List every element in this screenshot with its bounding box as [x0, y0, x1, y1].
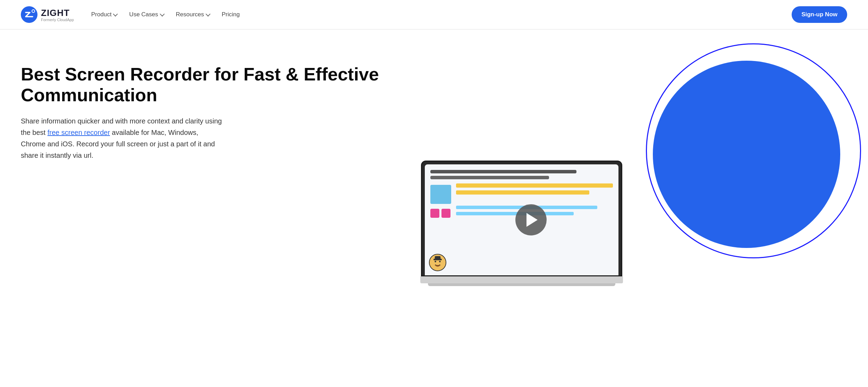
free-screen-recorder-link[interactable]: free screen recorder [48, 129, 110, 136]
avatar-illustration [430, 255, 446, 270]
nav-item-product[interactable]: Product [91, 11, 117, 18]
play-button[interactable] [515, 204, 547, 235]
navbar-left: ZIGHT Formerly CloudApp Product Use Case… [21, 6, 240, 23]
laptop-base [420, 276, 623, 283]
hero-title: Best Screen Recorder for Fast & Effectiv… [21, 64, 418, 106]
navbar: ZIGHT Formerly CloudApp Product Use Case… [0, 0, 868, 29]
hero-content: Best Screen Recorder for Fast & Effectiv… [21, 50, 418, 161]
svg-point-2 [32, 10, 34, 12]
signup-button[interactable]: Sign-up Now [792, 6, 847, 23]
nav-links: Product Use Cases Resources Pricing [91, 11, 240, 18]
chevron-down-icon [160, 12, 165, 17]
screen-top-lines [430, 170, 613, 179]
cyan-line-2 [456, 212, 574, 215]
svg-point-4 [435, 261, 436, 263]
pink-block-1 [430, 209, 439, 218]
logo-text: ZIGHT Formerly CloudApp [41, 8, 74, 22]
nav-item-use-cases[interactable]: Use Cases [129, 11, 163, 18]
laptop-screen [425, 164, 618, 275]
hero-illustration [418, 50, 847, 286]
hero-section: Best Screen Recorder for Fast & Effectiv… [0, 29, 868, 286]
logo-name: ZIGHT [41, 8, 74, 18]
screen-line-1 [430, 170, 576, 173]
logo-link[interactable]: ZIGHT Formerly CloudApp [21, 6, 74, 23]
blue-fill-circle [653, 61, 840, 248]
laptop-bottom-strip [428, 283, 615, 286]
laptop-screen-wrapper [421, 161, 622, 276]
nav-link-pricing[interactable]: Pricing [222, 11, 240, 18]
hero-description: Share information quicker and with more … [21, 115, 222, 161]
chevron-down-icon [113, 12, 118, 17]
chevron-down-icon [205, 12, 210, 17]
yellow-line-2 [456, 190, 589, 195]
laptop-illustration [421, 161, 622, 286]
zight-logo-icon [21, 6, 37, 23]
pink-block-2 [441, 209, 450, 218]
yellow-line-1 [456, 183, 613, 188]
nav-link-resources[interactable]: Resources [176, 11, 209, 18]
logo-subtitle: Formerly CloudApp [41, 18, 74, 22]
svg-point-5 [439, 261, 441, 263]
avatar [429, 254, 446, 271]
screen-line-2 [430, 176, 549, 179]
screen-left-col [430, 183, 451, 218]
nav-link-product[interactable]: Product [91, 11, 117, 18]
svg-point-0 [21, 6, 37, 23]
blue-block [430, 185, 451, 204]
nav-link-use-cases[interactable]: Use Cases [129, 11, 163, 18]
nav-item-resources[interactable]: Resources [176, 11, 209, 18]
play-triangle-icon [526, 213, 538, 227]
nav-item-pricing[interactable]: Pricing [222, 11, 240, 18]
svg-rect-7 [435, 256, 441, 259]
